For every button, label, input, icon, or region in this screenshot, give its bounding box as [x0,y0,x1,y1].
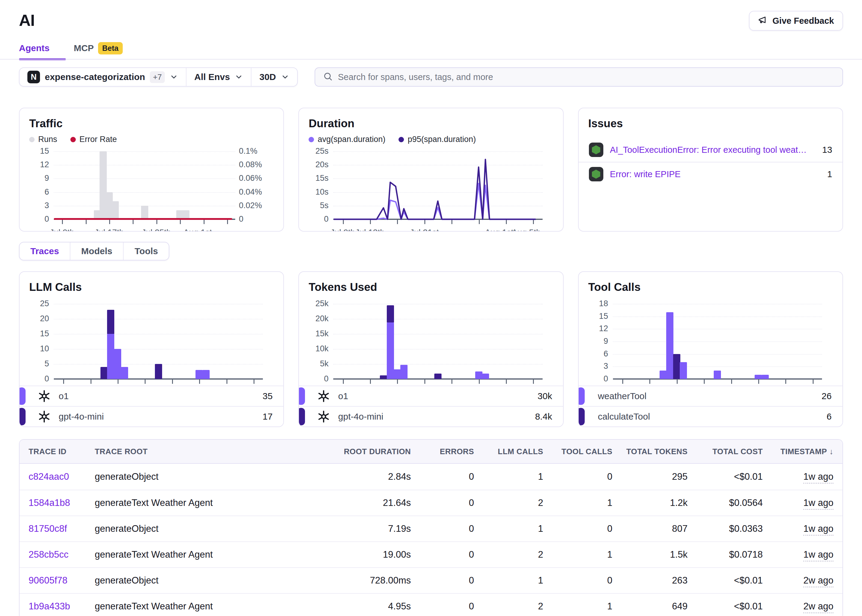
legend-item-weathertool[interactable]: weatherTool 26 [579,386,842,406]
bar-o1[interactable] [203,370,210,379]
bar-weatherTool[interactable] [666,312,674,379]
bar-gpt-4o-mini[interactable] [387,305,394,322]
column-header-total_tokens[interactable]: TOTAL TOKENS [612,447,688,456]
bar-gpt-4o-mini[interactable] [434,374,441,379]
tab-agents[interactable]: Agents [19,40,50,57]
table-row[interactable]: 90605f78generateObject728.00ms010263<$0.… [20,567,842,593]
bar-calculateTool[interactable] [673,354,680,379]
timestamp-value[interactable]: 2w ago [803,575,834,588]
trace-id-link[interactable]: c824aac0 [28,471,69,482]
table-row[interactable]: 1b9a433bgenerateText Weather Agent4.95s0… [20,593,842,616]
column-header-tool_calls[interactable]: TOOL CALLS [543,447,612,456]
cell-errors: 0 [411,471,474,482]
tool-calls-chart[interactable]: 0369121518Jul 9thJul 13thJul 21stAug 1st… [613,304,822,379]
openai-icon [317,390,330,403]
bar-o1[interactable] [121,367,128,379]
model-call-count: 17 [262,412,273,422]
cell-root_duration: 728.00ms [318,575,411,586]
y-axis-label: 15 [585,312,608,321]
bar-gpt-4o-mini[interactable] [107,310,114,334]
timestamp-value[interactable]: 1w ago [803,523,834,536]
timestamp-value[interactable]: 1w ago [803,498,834,510]
tab-tools[interactable]: Tools [123,242,169,260]
bar-o1[interactable] [114,349,121,379]
bar-weatherTool[interactable] [714,371,721,379]
bar-weatherTool[interactable] [680,362,687,379]
table-row[interactable]: c824aac0generateObject2.84s010295<$0.011… [20,464,842,490]
error-rate-dot-icon [71,137,76,142]
bar-weatherTool[interactable] [762,375,769,379]
bar-o1[interactable] [482,374,489,379]
give-feedback-button[interactable]: Give Feedback [749,11,843,31]
issue-link[interactable]: AI_ToolExecutionError: Error executing t… [610,145,809,155]
column-header-llm_calls[interactable]: LLM CALLS [474,447,543,456]
trace-id-link[interactable]: 81750c8f [28,523,67,534]
bar-weatherTool[interactable] [659,371,667,379]
trace-id-link[interactable]: 1b9a433b [28,601,70,611]
column-header-trace_root[interactable]: TRACE ROOT [95,447,318,456]
column-header-total_cost[interactable]: TOTAL COST [688,447,763,456]
y-axis-label: 10 [25,344,49,354]
bar-o1[interactable] [393,369,400,379]
cell-tool_calls: 0 [543,471,612,482]
trace-id-link[interactable]: 1584a1b8 [28,498,70,508]
y-axis-label: 12 [25,160,49,169]
agent-filter-dropdown[interactable]: N expense-categorization +7 [20,68,186,86]
legend-item-o1[interactable]: o1 30k [299,386,563,406]
bar-Runs[interactable] [141,206,148,219]
timestamp-value[interactable]: 2w ago [803,601,834,613]
duration-lines [333,151,542,219]
bar-o1[interactable] [387,322,394,379]
column-header-errors[interactable]: ERRORS [411,447,474,456]
bar-Runs[interactable] [111,201,119,219]
issue-row[interactable]: Error: write EPIPE 1 [579,162,842,186]
table-row[interactable]: 81750c8fgenerateObject7.19s010807$0.0363… [20,515,842,541]
tab-traces[interactable]: Traces [20,242,70,260]
llm-calls-chart[interactable]: 0510152025Jul 9thJul 13thJul 21stAug 1st… [54,304,263,379]
table-row[interactable]: 258cb5ccgenerateText Weather Agent19.00s… [20,541,842,567]
x-axis-tick [451,219,452,224]
legend-item-calculatetool[interactable]: calculateTool 6 [579,406,842,426]
table-row[interactable]: 1584a1b8generateText Weather Agent21.64s… [20,490,842,515]
gpt-4o-mini-swatch [298,408,305,425]
env-filter-dropdown[interactable]: All Envs [186,68,251,86]
legend-p95-duration[interactable]: p95(span.duration) [399,135,476,144]
issue-link[interactable]: Error: write EPIPE [610,169,681,179]
timestamp-value[interactable]: 1w ago [803,549,834,561]
bar-o1[interactable] [400,365,408,379]
openai-icon [38,410,51,423]
legend-runs[interactable]: Runs [29,135,57,144]
trace-id-link[interactable]: 90605f78 [28,575,68,586]
duration-chart[interactable]: 05s10s15s20s25sJul 9thJul 13thJul 21stAu… [333,151,542,219]
duration-card: Duration avg(span.duration) p95(span.dur… [298,108,563,232]
trace-id-link[interactable]: 258cb5cc [28,549,69,560]
timestamp-value[interactable]: 1w ago [803,471,834,484]
tab-mcp[interactable]: MCP Beta [74,40,123,57]
date-range-label: 30D [259,72,276,82]
issue-row[interactable]: AI_ToolExecutionError: Error executing t… [579,138,842,162]
bar-gpt-4o-mini[interactable] [100,367,108,379]
bar-o1[interactable] [475,371,482,379]
search-input[interactable] [338,72,835,82]
legend-error-rate[interactable]: Error Rate [71,135,117,144]
x-axis-tick [677,379,678,384]
bar-gpt-4o-mini[interactable] [380,376,387,379]
bar-o1[interactable] [107,334,114,379]
column-header-trace_id[interactable]: TRACE ID [28,447,95,456]
bar-weatherTool[interactable] [755,375,762,379]
traffic-chart[interactable]: 0030.02%60.04%90.06%120.08%150.1%Jul 9th… [54,151,235,219]
bar-gpt-4o-mini[interactable] [155,364,162,379]
tool-calls-card: Tool Calls 0369121518Jul 9thJul 13thJul … [578,271,843,427]
y-axis-right-label: 0.1% [239,146,273,156]
y-axis-label: 0 [305,214,328,224]
legend-avg-duration[interactable]: avg(span.duration) [309,135,385,144]
tab-models[interactable]: Models [70,242,123,260]
bar-o1[interactable] [196,370,203,379]
tokens-used-chart[interactable]: 05k10k15k20k25kJul 9thJul 13thJul 21stAu… [333,304,542,379]
column-header-timestamp[interactable]: TIMESTAMP↓ [763,447,834,456]
legend-item-o1[interactable]: o1 35 [20,386,283,406]
legend-item-gpt-4o-mini[interactable]: gpt-4o-mini 17 [20,406,283,426]
date-range-dropdown[interactable]: 30D [251,68,297,86]
column-header-root_duration[interactable]: ROOT DURATION [318,447,411,456]
legend-item-gpt-4o-mini[interactable]: gpt-4o-mini 8.4k [299,406,563,426]
